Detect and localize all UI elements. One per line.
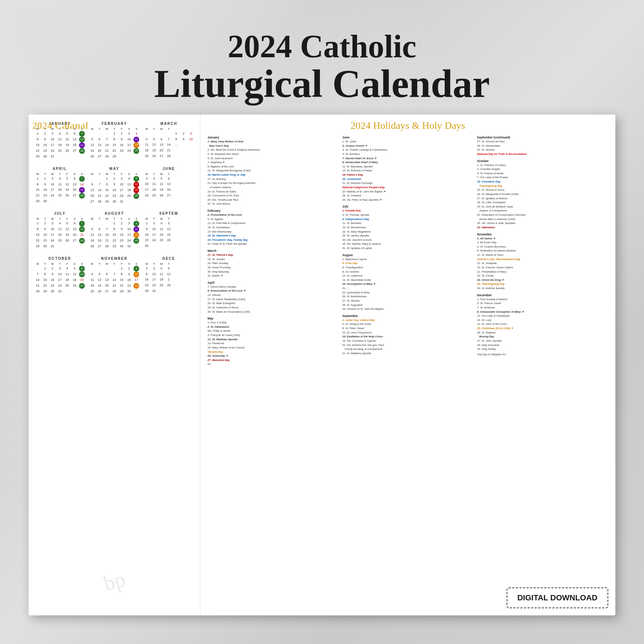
jan-3: 3: [49, 131, 56, 137]
months-row-2: APRIL M T W T F S S 1 2 3: [34, 167, 195, 209]
september-section: September 2- Labor Day· Labour Day 3- St…: [342, 314, 474, 356]
jan-7: 7: [79, 131, 85, 137]
jan-8: 8: [34, 137, 42, 142]
title-line2: Liturgical Calendar: [0, 64, 644, 103]
holidays-col-2: June 1- St. Justin 2- Corpus Christi ✦ 3…: [342, 136, 474, 369]
jan-12: 12: [63, 137, 71, 142]
jan-24: 24: [49, 148, 56, 154]
february-section: February 2- Presentation of the Lord 5- …: [208, 209, 339, 246]
document: 2024 Calanal JANUARY M T W T F S S: [29, 114, 615, 615]
calendar-overlay-title: 2024 Calanal: [32, 120, 88, 131]
jan-23: 23: [42, 148, 49, 154]
august-section: August 1- Alphonsus Liguori 5- Civic Day…: [342, 253, 474, 311]
march-grid: MARCH M T W T: [143, 122, 195, 160]
calendar-side: 2024 Calanal JANUARY M T W T F S S: [29, 114, 200, 615]
october-grid: OCTOBER M T W T F S S 1 2: [34, 257, 86, 294]
jan-13: 13: [71, 137, 78, 142]
jan-5: 5: [63, 131, 71, 137]
jan-30: 30: [42, 154, 49, 160]
jan-14: 14: [79, 137, 85, 142]
jan-9: 9: [42, 137, 49, 142]
july-section: July 1- Canada Day 3- St. Thomas, Apostl…: [342, 205, 474, 250]
holidays-title: 2024 Holidays & Holy Days: [208, 120, 608, 131]
june-section: June 1- St. Justin 2- Corpus Christi ✦ 3…: [342, 136, 474, 202]
jan-28: 28: [79, 148, 85, 154]
jan-2: 2: [42, 131, 49, 137]
july-grid: JULY M T W T F S S 1 2 3 4: [34, 211, 86, 249]
may-grid: MAY M T W T F S S 1 2: [88, 167, 140, 205]
holidays-col-3: September (continued) 27- St. Vincent de…: [477, 136, 608, 369]
holidays-columns: January 1- Mary, Holy Mother of God New …: [208, 136, 608, 369]
holidays-side: 2024 Holidays & Holy Days January 1- Mar…: [200, 114, 615, 615]
april-grid: APRIL M T W T F S S 1 2 3: [34, 167, 86, 205]
march-label: MARCH: [143, 122, 195, 126]
august-grid: AUGUST M T W T F S S 1: [88, 211, 140, 249]
jan-18: 18: [56, 142, 64, 148]
sept-continued: September (continued) 27- St. Vincent de…: [477, 136, 608, 156]
march-section: March 17- St. Patrick's Day 19- St. Jose…: [208, 249, 339, 278]
jan-17: 17: [49, 142, 56, 148]
jan-27: 27: [71, 148, 78, 154]
title-section: 2024 Catholic Liturgical Calendar: [0, 29, 644, 103]
april-section: April 7- Divine Mercy Sunday 8- Annuncia…: [208, 281, 339, 314]
january-section: January 1- Mary, Holy Mother of God New …: [208, 136, 339, 206]
jan-1: 1: [34, 131, 42, 137]
jan-16: 16: [42, 142, 49, 148]
title-line1: 2024 Catholic: [0, 29, 644, 64]
november-holidays: November 1- All Saints ✦ 2- All Souls' D…: [477, 233, 608, 291]
december-grid: DECE M T W T 2 3 4 5: [143, 257, 195, 294]
jan-21: 21: [79, 142, 85, 148]
jan-31: 31: [49, 154, 56, 160]
february-grid: FEBRUARY M T W T F S S: [88, 122, 140, 160]
jan-26: 26: [63, 148, 71, 154]
jan-10: 10: [49, 137, 56, 142]
jan-29: 29: [34, 154, 42, 160]
october-holidays: October 1- St. Thérèse of Lisieux 2- Gua…: [477, 159, 608, 230]
jan-4: 4: [56, 131, 64, 137]
september-grid: SEPTEM M T W T 2 3 4 5: [143, 211, 195, 249]
november-grid: NOVEMBER M T W T F S S: [88, 257, 140, 294]
holidays-col-1: January 1- Mary, Holy Mother of God New …: [208, 136, 339, 369]
june-grid: JUNE M T W T 3 4 5 6: [143, 167, 195, 205]
watermark: bp: [101, 567, 128, 596]
jan-22: 22: [34, 148, 42, 154]
jan-25: 25: [56, 148, 64, 154]
months-row-4: OCTOBER M T W T F S S 1 2: [34, 257, 195, 298]
february-label: FEBRUARY: [88, 122, 140, 126]
december-holidays: December 1- First Sunday of Advent 3- St…: [477, 293, 608, 357]
jan-15: 15: [34, 142, 42, 148]
jan-20: 20: [71, 142, 78, 148]
jan-11: 11: [56, 137, 64, 142]
digital-download-badge: DIGITAL DOWNLOAD: [507, 587, 608, 608]
jan-6: 6: [71, 131, 78, 137]
may-section: May 1- Pius V (CAN) 2- St. Athanasius St…: [208, 317, 339, 366]
jan-19: 19: [63, 142, 71, 148]
months-row-3: JULY M T W T F S S 1 2 3 4: [34, 211, 195, 254]
